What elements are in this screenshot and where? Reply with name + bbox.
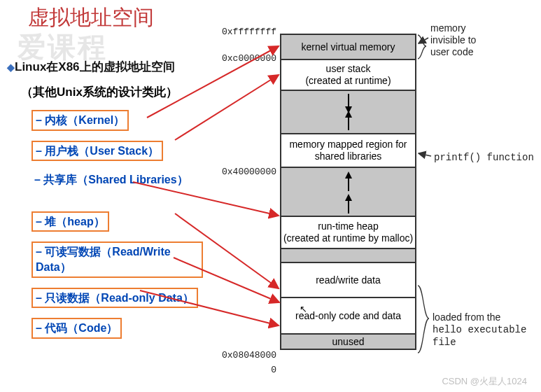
seg-rw-data: read/write data <box>281 263 415 298</box>
sub-heading: （其他Unix系统的设计类此） <box>21 84 178 100</box>
bullet-ro-data: – 只读数据（Read-only Data） <box>31 288 198 309</box>
bullet-kernel: – 内核（Kernel） <box>31 110 129 131</box>
label-mem-invisible: memory invisible to user code <box>430 22 476 57</box>
bullet-rw-data: – 可读写数据（Read/Write Data） <box>31 241 203 277</box>
bullet-user-stack: – 用户栈（User Stack） <box>31 141 163 162</box>
seg-gap-3 <box>281 249 415 263</box>
svg-line-15 <box>419 153 431 156</box>
svg-marker-7 <box>345 194 352 201</box>
svg-marker-3 <box>345 111 352 118</box>
arrow-up-icon <box>344 193 353 216</box>
memory-layout: kernel virtual memory user stack (create… <box>280 34 416 350</box>
svg-line-14 <box>419 38 428 43</box>
seg-gap-1 <box>281 91 415 134</box>
label-loaded-from: loaded from the hello executable file <box>433 312 541 348</box>
bullet-diamond-icon: ◆ <box>7 62 15 73</box>
arrow-up-icon <box>344 171 353 193</box>
seg-heap: run-time heap (created at runtime by mal… <box>281 217 415 249</box>
cursor-icon: ↖ <box>300 304 307 314</box>
addr-40000000: 0x40000000 <box>217 167 276 177</box>
bullet-code: – 代码（Code） <box>31 318 122 339</box>
csdn-watermark: CSDN @火星人1024 <box>442 375 527 388</box>
seg-user-stack: user stack (created at runtime) <box>281 60 415 91</box>
label-printf: printf() function <box>434 152 534 164</box>
addr-zero: 0 <box>217 365 276 375</box>
main-heading: ◆Linux在X86上的虚拟地址空间 <box>7 59 175 75</box>
bullet-heap: – 堆（heap） <box>31 211 109 232</box>
bullet-shared-lib: – 共享库（Shared Libraries） <box>31 171 203 189</box>
addr-top: 0xffffffff <box>217 27 276 37</box>
seg-unused: unused <box>281 335 415 350</box>
seg-gap-2 <box>281 168 415 217</box>
svg-marker-5 <box>345 172 352 178</box>
seg-mmap: memory mapped region for shared librarie… <box>281 134 415 168</box>
seg-kernel: kernel virtual memory <box>281 35 415 60</box>
addr-08048000: 0x08048000 <box>217 350 276 360</box>
addr-c0000000: 0xc0000000 <box>217 53 276 64</box>
arrow-up-icon <box>344 110 353 132</box>
bullet-list: – 内核（Kernel） – 用户栈（User Stack） – 共享库（Sha… <box>31 105 203 344</box>
